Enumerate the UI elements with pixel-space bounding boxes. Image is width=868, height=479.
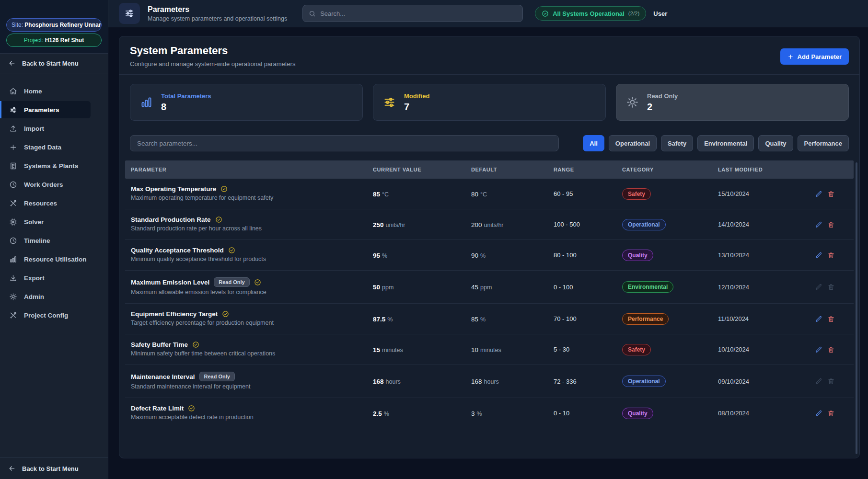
trash-icon[interactable]	[827, 410, 835, 417]
pencil-icon[interactable]	[815, 315, 822, 323]
filter-chip-all[interactable]: All	[583, 135, 604, 151]
sidebar-item-label: Resource Utilisation	[24, 256, 87, 263]
filter-chip-safety[interactable]: Safety	[661, 135, 693, 151]
trash-icon	[827, 377, 835, 385]
trash-icon[interactable]	[827, 221, 835, 228]
sidebar-item-solver[interactable]: Solver	[0, 213, 91, 230]
home-icon	[9, 87, 17, 95]
category-badge: Safety	[622, 188, 651, 200]
current-value-cell: 95%	[373, 251, 471, 260]
filter-chip-environmental[interactable]: Environmental	[697, 135, 754, 151]
sidebar-item-resources[interactable]: Resources	[0, 194, 91, 212]
gear-icon	[626, 96, 639, 109]
system-status-label: All Systems Operational	[553, 10, 625, 17]
sidebar-item-resource-utilisation[interactable]: Resource Utilisation	[0, 251, 91, 268]
system-status-badge[interactable]: All Systems Operational (2/2)	[535, 6, 646, 21]
parameter-description: Minimum quality acceptance threshold for…	[131, 255, 279, 263]
topbar-titles: Parameters Manage system parameters and …	[148, 5, 287, 22]
check-circle-icon	[542, 10, 549, 17]
current-value-cell: 168hours	[373, 377, 471, 386]
pencil-icon[interactable]	[815, 251, 822, 259]
page-title: Parameters	[148, 5, 287, 14]
sidebar-item-timeline[interactable]: Timeline	[0, 232, 91, 249]
column-header-parameter: PARAMETER	[131, 167, 373, 172]
tools-icon	[9, 199, 17, 207]
pencil-icon[interactable]	[815, 346, 822, 354]
range-cell: 60 - 95	[554, 190, 622, 197]
modified-check-icon	[222, 310, 229, 318]
category-badge: Performance	[622, 313, 669, 325]
sidebar-item-work-orders[interactable]: Work Orders	[0, 176, 91, 193]
modified-check-icon	[188, 405, 195, 412]
sidebar-item-label: Home	[24, 88, 42, 95]
pencil-icon[interactable]	[815, 190, 822, 198]
table-scrollbar[interactable]	[856, 162, 857, 454]
sidebar-item-staged-data[interactable]: Staged Data	[0, 138, 91, 156]
bar-chart-icon	[140, 96, 153, 109]
stat-label: Modified	[404, 92, 429, 100]
sidebar-item-label: Export	[24, 274, 45, 282]
category-badge: Safety	[622, 344, 651, 355]
current-value-cell: 50ppm	[373, 283, 471, 291]
parameter-description: Target efficiency percentage for product…	[131, 319, 279, 327]
category-badge: Quality	[622, 408, 653, 419]
filter-chip-quality[interactable]: Quality	[758, 135, 793, 151]
pencil-icon[interactable]	[815, 410, 822, 417]
back-to-start-menu-bottom[interactable]: Back to Start Menu	[0, 457, 108, 479]
trash-icon[interactable]	[827, 346, 835, 354]
sidebar-nav: HomeParametersImportStaged DataSystems &…	[0, 81, 108, 457]
category-cell: Environmental	[622, 281, 718, 293]
range-cell: 5 - 30	[554, 346, 622, 353]
modified-check-icon	[254, 279, 261, 286]
category-cell: Safety	[622, 188, 718, 200]
user-menu[interactable]: User	[653, 10, 667, 17]
sidebar-item-parameters[interactable]: Parameters	[0, 101, 91, 118]
column-header-default: DEFAULT	[471, 167, 554, 172]
parameter-description: Maximum acceptable defect rate in produc…	[131, 413, 279, 422]
filter-chip-performance[interactable]: Performance	[798, 135, 849, 151]
read-only-badge: Read Only	[199, 372, 235, 381]
system-parameters-panel: System Parameters Configure and manage s…	[119, 36, 860, 458]
global-search-input[interactable]	[320, 10, 517, 17]
back-to-start-menu-top[interactable]: Back to Start Menu	[0, 54, 108, 73]
sidebar-item-admin[interactable]: Admin	[0, 288, 91, 305]
sidebar-item-systems-plants[interactable]: Systems & Plants	[0, 157, 91, 174]
range-cell: 0 - 100	[554, 284, 622, 291]
parameter-cell: Equipment Efficiency TargetTarget effici…	[131, 310, 373, 327]
category-cell: Quality	[622, 408, 718, 419]
default-value-cell: 3%	[471, 409, 554, 418]
parameter-cell: Safety Buffer TimeMinimum safety buffer …	[131, 341, 373, 358]
sidebar-item-export[interactable]: Export	[0, 269, 91, 286]
row-actions	[804, 221, 854, 228]
parameter-description: Standard production rate per hour across…	[131, 225, 279, 233]
table-row: Quality Acceptance ThresholdMinimum qual…	[125, 240, 854, 271]
arrow-left-icon	[8, 465, 16, 472]
category-cell: Performance	[622, 313, 718, 325]
row-actions	[804, 315, 854, 323]
parameter-cell: Standard Production RateStandard product…	[131, 216, 373, 233]
chip-icon	[9, 218, 17, 226]
filter-chip-operational[interactable]: Operational	[609, 135, 657, 151]
add-parameter-button[interactable]: Add Parameter	[780, 48, 849, 65]
panel-subtitle: Configure and manage system-wide operati…	[130, 60, 295, 68]
parameter-search-input[interactable]	[130, 135, 559, 151]
category-filter-group: AllOperationalSafetyEnvironmentalQuality…	[583, 135, 849, 151]
global-search[interactable]	[302, 5, 523, 22]
sidebar-item-import[interactable]: Import	[0, 120, 91, 137]
sidebar-item-home[interactable]: Home	[0, 82, 91, 100]
table-row: Maximum Emission LevelRead OnlyMaximum a…	[125, 271, 854, 304]
trash-icon[interactable]	[827, 251, 835, 259]
sidebar-item-project-config[interactable]: Project Config	[0, 307, 91, 324]
table-row: Defect Rate LimitMaximum acceptable defe…	[125, 398, 854, 428]
trash-icon[interactable]	[827, 190, 835, 198]
sliders-icon	[9, 106, 17, 114]
trash-icon[interactable]	[827, 315, 835, 323]
table-row: Max Operating TemperatureMaximum operati…	[125, 179, 854, 209]
parameter-name: Maintenance IntervalRead Only	[131, 372, 373, 381]
clock-icon	[9, 237, 17, 245]
upload-icon	[9, 125, 17, 133]
sidebar-item-label: Project Config	[24, 312, 68, 319]
last-modified-cell: 08/10/2024	[718, 410, 804, 417]
gear-icon	[9, 293, 17, 301]
pencil-icon[interactable]	[815, 221, 822, 228]
